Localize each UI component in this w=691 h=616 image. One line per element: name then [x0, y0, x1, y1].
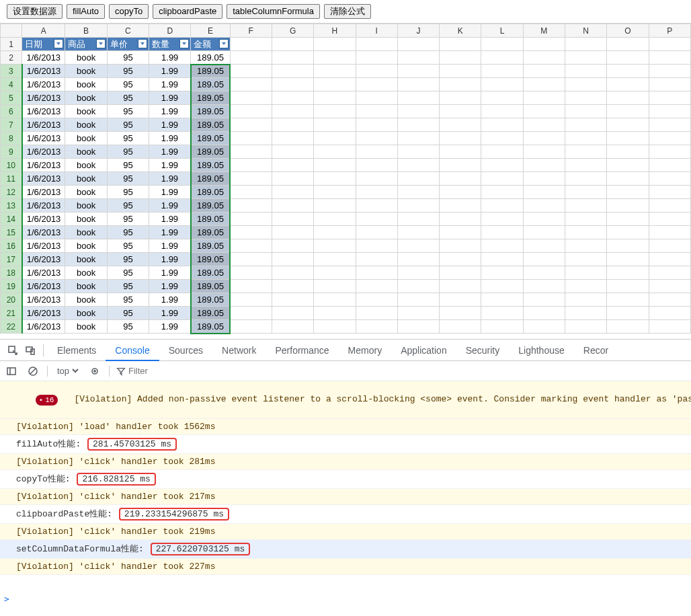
cell[interactable]: [440, 213, 481, 226]
cell[interactable]: [440, 159, 481, 172]
cell[interactable]: book: [65, 51, 107, 65]
cell[interactable]: [272, 172, 313, 186]
cell[interactable]: [565, 132, 607, 145]
clear-formula-button[interactable]: 清除公式: [324, 4, 371, 19]
row-header[interactable]: 12: [1, 186, 22, 199]
cell[interactable]: 1.99: [149, 293, 191, 307]
clipboard-paste-button[interactable]: clipboardPaste: [153, 4, 222, 19]
cell[interactable]: [523, 65, 565, 78]
col-header-K[interactable]: K: [440, 24, 481, 38]
cell[interactable]: [397, 239, 439, 253]
cell[interactable]: [481, 320, 523, 334]
cell[interactable]: [356, 320, 397, 334]
cell[interactable]: [607, 226, 649, 239]
cell[interactable]: 95: [107, 186, 149, 199]
cell[interactable]: [607, 145, 649, 159]
cell[interactable]: 189.05: [191, 172, 230, 186]
cell[interactable]: 1/6/2013: [22, 320, 65, 334]
filter-dropdown-icon[interactable]: [138, 39, 147, 48]
cell[interactable]: [397, 280, 439, 293]
cell[interactable]: [230, 118, 272, 132]
cell[interactable]: [230, 226, 272, 239]
cell[interactable]: [565, 280, 607, 293]
col-header-H[interactable]: H: [314, 24, 356, 38]
cell[interactable]: [314, 226, 356, 239]
fill-auto-button[interactable]: fillAuto: [67, 4, 105, 19]
row-header[interactable]: 9: [1, 145, 22, 159]
cell[interactable]: 1.99: [149, 91, 191, 105]
cell[interactable]: book: [65, 118, 107, 132]
cell[interactable]: 95: [107, 307, 149, 320]
cell[interactable]: 95: [107, 199, 149, 213]
clear-console-icon[interactable]: [26, 364, 40, 379]
cell[interactable]: [272, 266, 313, 280]
cell[interactable]: 1/6/2013: [22, 105, 65, 118]
table-header-cell[interactable]: 单价: [107, 38, 149, 51]
cell[interactable]: 1.99: [149, 320, 191, 334]
cell[interactable]: [230, 132, 272, 145]
cell[interactable]: [565, 320, 607, 334]
cell[interactable]: [481, 213, 523, 226]
cell[interactable]: [314, 172, 356, 186]
select-all-corner[interactable]: [1, 24, 22, 38]
cell[interactable]: [565, 239, 607, 253]
cell[interactable]: [523, 199, 565, 213]
cell[interactable]: [565, 266, 607, 280]
cell[interactable]: 1.99: [149, 226, 191, 239]
cell[interactable]: 95: [107, 293, 149, 307]
cell[interactable]: 1.99: [149, 280, 191, 293]
cell[interactable]: 1.99: [149, 199, 191, 213]
tab-sources[interactable]: Sources: [159, 340, 212, 361]
cell[interactable]: [565, 51, 607, 65]
cell[interactable]: [440, 226, 481, 239]
cell[interactable]: 95: [107, 65, 149, 78]
cell[interactable]: [356, 186, 397, 199]
col-header-M[interactable]: M: [523, 24, 565, 38]
cell[interactable]: [272, 320, 313, 334]
cell[interactable]: 189.05: [191, 65, 230, 78]
cell[interactable]: 1.99: [149, 172, 191, 186]
cell[interactable]: 189.05: [191, 226, 230, 239]
col-header-N[interactable]: N: [565, 24, 607, 38]
cell[interactable]: [314, 159, 356, 172]
cell[interactable]: 1.99: [149, 239, 191, 253]
cell[interactable]: [272, 105, 313, 118]
cell[interactable]: [481, 307, 523, 320]
cell[interactable]: [397, 186, 439, 199]
cell[interactable]: 189.05: [191, 307, 230, 320]
cell[interactable]: [649, 159, 690, 172]
console-prompt[interactable]: >: [0, 591, 691, 607]
cell[interactable]: [565, 213, 607, 226]
cell[interactable]: [230, 199, 272, 213]
cell[interactable]: 95: [107, 78, 149, 91]
cell[interactable]: [523, 118, 565, 132]
cell[interactable]: [314, 145, 356, 159]
cell[interactable]: [356, 65, 397, 78]
cell[interactable]: 189.05: [191, 266, 230, 280]
cell[interactable]: [314, 186, 356, 199]
cell[interactable]: [397, 78, 439, 91]
cell[interactable]: book: [65, 307, 107, 320]
cell[interactable]: [649, 78, 690, 91]
cell[interactable]: [272, 132, 313, 145]
cell[interactable]: 1.99: [149, 105, 191, 118]
cell[interactable]: [314, 105, 356, 118]
cell[interactable]: [314, 132, 356, 145]
cell[interactable]: 95: [107, 172, 149, 186]
cell[interactable]: 1/6/2013: [22, 253, 65, 266]
cell[interactable]: book: [65, 65, 107, 78]
cell[interactable]: [481, 51, 523, 65]
cell[interactable]: [272, 253, 313, 266]
filter-input[interactable]: [128, 366, 209, 376]
cell[interactable]: 1.99: [149, 145, 191, 159]
tab-elements[interactable]: Elements: [48, 340, 106, 361]
cell[interactable]: [523, 91, 565, 105]
cell[interactable]: 95: [107, 118, 149, 132]
cell[interactable]: [230, 51, 272, 65]
row-header[interactable]: 14: [1, 213, 22, 226]
cell[interactable]: [440, 132, 481, 145]
cell[interactable]: [481, 65, 523, 78]
row-header[interactable]: 20: [1, 293, 22, 307]
cell[interactable]: [607, 105, 649, 118]
cell[interactable]: [440, 38, 481, 51]
